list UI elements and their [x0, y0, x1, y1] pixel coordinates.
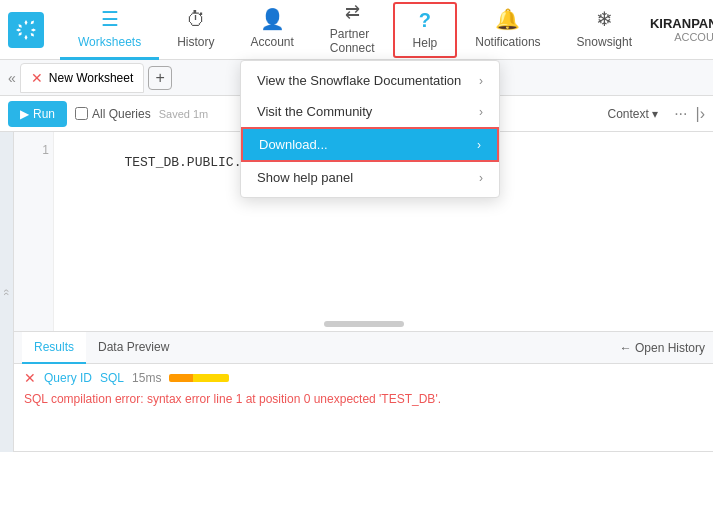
results-tabs-bar: Results Data Preview ← Open History: [14, 332, 713, 364]
nav-items-left: ☰ Worksheets ⏱ History 👤 Account: [60, 0, 312, 60]
nav-history-label: History: [177, 35, 214, 49]
nav-item-account[interactable]: 👤 Account: [232, 0, 311, 60]
add-worksheet-button[interactable]: +: [148, 66, 172, 90]
top-nav: ☰ Worksheets ⏱ History 👤 Account ⇄ Partn…: [0, 0, 713, 60]
query-error-icon: ✕: [24, 370, 36, 386]
horizontal-scrollbar[interactable]: [324, 321, 404, 327]
query-duration-bar: [169, 374, 229, 382]
tab-close-icon[interactable]: ✕: [31, 70, 43, 86]
tab-label: New Worksheet: [49, 71, 133, 85]
line-numbers: 1: [14, 132, 54, 331]
user-info: KIRANPANIGRAHI ACCOUNTADMIN: [650, 16, 713, 43]
results-panel: Results Data Preview ← Open History ✕ Qu…: [14, 332, 713, 452]
error-text: SQL compilation error: syntax error line…: [24, 392, 703, 406]
query-time: 15ms: [132, 371, 161, 385]
all-queries-checkbox-label[interactable]: All Queries: [75, 107, 151, 121]
open-history-label: ← Open History: [620, 341, 705, 355]
data-preview-tab-label: Data Preview: [98, 340, 169, 354]
more-button[interactable]: ···: [674, 105, 687, 123]
nav-item-snowsight[interactable]: ❄ Snowsight: [559, 0, 650, 60]
run-label: Run: [33, 107, 55, 121]
nav-item-partner-connect[interactable]: ⇄ Partner Connect: [312, 0, 393, 60]
menu-download-chevron: ›: [477, 138, 481, 152]
user-role: ACCOUNTADMIN: [674, 31, 713, 43]
context-button[interactable]: Context ▾: [607, 107, 658, 121]
nav-item-notifications[interactable]: 🔔 Notifications: [457, 0, 558, 60]
menu-view-docs-label: View the Snowflake Documentation: [257, 73, 461, 88]
line-number-1: 1: [18, 140, 49, 160]
worksheets-icon: ☰: [101, 7, 119, 31]
nav-snowsight-label: Snowsight: [577, 35, 632, 49]
menu-show-help-chevron: ›: [479, 171, 483, 185]
nav-item-history[interactable]: ⏱ History: [159, 0, 232, 60]
add-icon: +: [156, 69, 165, 87]
left-panel-toggle[interactable]: ‹‹: [0, 132, 14, 452]
run-button[interactable]: ▶ Run: [8, 101, 67, 127]
history-icon: ⏱: [186, 8, 206, 31]
partner-connect-icon: ⇄: [345, 1, 360, 23]
sql-link[interactable]: SQL: [100, 371, 124, 385]
all-queries-label: All Queries: [92, 107, 151, 121]
menu-show-help-label: Show help panel: [257, 170, 353, 185]
query-id-link[interactable]: Query ID: [44, 371, 92, 385]
nav-items-right: ⇄ Partner Connect ? Help 🔔 Notifications…: [312, 0, 650, 60]
menu-item-show-help[interactable]: Show help panel ›: [241, 162, 499, 193]
tab-results[interactable]: Results: [22, 332, 86, 364]
menu-visit-community-label: Visit the Community: [257, 104, 372, 119]
notifications-icon: 🔔: [495, 7, 520, 31]
user-name: KIRANPANIGRAHI: [650, 16, 713, 31]
nav-account-label: Account: [250, 35, 293, 49]
all-queries-checkbox[interactable]: [75, 107, 88, 120]
snowsight-icon: ❄: [596, 7, 613, 31]
context-label: Context ▾: [607, 107, 658, 121]
saved-label: Saved 1m: [159, 108, 209, 120]
nav-item-help[interactable]: ? Help: [393, 2, 458, 58]
menu-visit-community-chevron: ›: [479, 105, 483, 119]
nav-help-label: Help: [413, 36, 438, 50]
nav-partner-connect-label: Partner Connect: [330, 27, 375, 55]
left-panel-icon: ‹‹: [1, 289, 12, 296]
menu-item-visit-community[interactable]: Visit the Community ›: [241, 96, 499, 127]
menu-item-view-docs[interactable]: View the Snowflake Documentation ›: [241, 65, 499, 96]
tab-data-preview[interactable]: Data Preview: [86, 332, 181, 364]
help-dropdown-menu: View the Snowflake Documentation › Visit…: [240, 60, 500, 198]
account-icon: 👤: [260, 7, 285, 31]
nav-notifications-label: Notifications: [475, 35, 540, 49]
run-icon: ▶: [20, 107, 29, 121]
nav-item-worksheets[interactable]: ☰ Worksheets: [60, 0, 159, 60]
collapse-left-button[interactable]: «: [8, 70, 16, 86]
open-history-button[interactable]: ← Open History: [620, 341, 705, 355]
nav-worksheets-label: Worksheets: [78, 35, 141, 49]
help-icon: ?: [419, 9, 431, 32]
menu-view-docs-chevron: ›: [479, 74, 483, 88]
snowflake-logo[interactable]: [8, 12, 44, 48]
menu-item-download[interactable]: Download... ›: [241, 127, 499, 162]
right-collapse-button[interactable]: |›: [696, 105, 705, 123]
worksheet-tab[interactable]: ✕ New Worksheet: [20, 63, 144, 93]
results-content: ✕ Query ID SQL 15ms SQL compilation erro…: [14, 364, 713, 451]
query-row: ✕ Query ID SQL 15ms: [24, 370, 703, 386]
menu-download-label: Download...: [259, 137, 328, 152]
results-tab-label: Results: [34, 340, 74, 354]
